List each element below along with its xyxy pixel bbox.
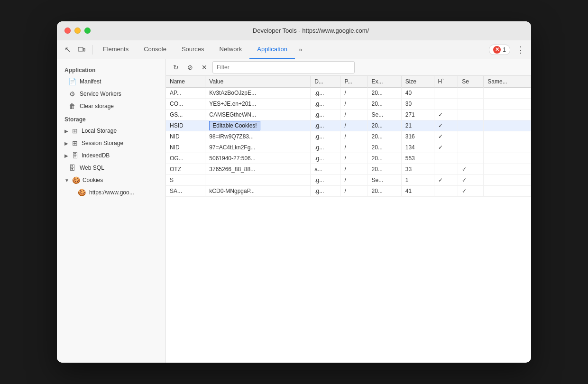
cell-se (458, 131, 484, 142)
cell-name[interactable]: OTZ (166, 164, 205, 175)
cell-name[interactable]: OG... (166, 153, 205, 164)
cell-h: ✓ (434, 131, 458, 142)
panel-toolbar: ↻ ⊘ ✕ (166, 59, 531, 76)
tab-sources[interactable]: Sources (174, 40, 212, 59)
cell-d: .g... (311, 186, 340, 197)
cell-value[interactable]: YES+JE.en+201... (205, 99, 311, 110)
minimize-button[interactable] (74, 27, 81, 34)
sidebar-item-cookies[interactable]: ▼ 🍪 Cookies (57, 174, 165, 186)
table-row[interactable]: SA...kCD0-MNgpgaP....g.../20...41✓ (166, 186, 531, 197)
tab-application[interactable]: Application (249, 40, 295, 59)
cell-d: a... (311, 164, 340, 175)
main-content: Application 📄 Manifest ⚙ Service Workers… (57, 59, 531, 363)
cell-size: 134 (401, 142, 434, 153)
cell-name[interactable]: SA... (166, 186, 205, 197)
sidebar-item-indexeddb[interactable]: ▶ 🗄 IndexedDB (57, 149, 165, 162)
cell-d: .g... (311, 131, 340, 142)
sidebar-item-service-workers[interactable]: ⚙ Service Workers (57, 88, 165, 100)
table-row[interactable]: HSIDEditable Cookies!.g.../20...21✓ (166, 120, 531, 131)
close-cookies-button[interactable]: ✕ (198, 61, 211, 73)
cell-size: 316 (401, 131, 434, 142)
cell-p: / (340, 153, 368, 164)
cell-se: ✓ (458, 186, 484, 197)
cell-name[interactable]: AP... (166, 88, 205, 99)
cell-same (484, 99, 531, 110)
cell-name[interactable]: S (166, 175, 205, 186)
cookies-panel: ↻ ⊘ ✕ Name Value D... P... (166, 59, 531, 363)
error-badge[interactable]: ✕ 1 (489, 45, 510, 55)
manifest-icon: 📄 (68, 78, 76, 85)
table-row[interactable]: AP...Kv3tAzBoOJzpE....g.../20...40 (166, 88, 531, 99)
cell-value[interactable]: 98=iRw9Q7Z83... (205, 131, 311, 142)
cell-name[interactable]: GS... (166, 110, 205, 120)
cell-d: .g... (311, 120, 340, 131)
cell-name[interactable]: CO... (166, 99, 205, 110)
col-header-domain: D... (311, 76, 340, 88)
cell-p: / (340, 164, 368, 175)
table-row[interactable]: NID98=iRw9Q7Z83....g.../20...316✓ (166, 131, 531, 142)
cell-se: ✓ (458, 175, 484, 186)
more-options-button[interactable]: ⋮ (514, 43, 527, 56)
table-row[interactable]: S.g.../Se...1✓✓ (166, 175, 531, 186)
filter-input[interactable] (212, 61, 355, 73)
cell-se (458, 110, 484, 120)
storage-section-title: Storage (57, 112, 165, 125)
table-row[interactable]: OG...5061940-27:506....g.../20...553 (166, 153, 531, 164)
cell-value[interactable]: 97=AC4tLkn2Fg... (205, 142, 311, 153)
tab-elements[interactable]: Elements (95, 40, 136, 59)
local-storage-grid-icon: ⊞ (71, 127, 79, 135)
cell-value[interactable]: Editable Cookies! (205, 120, 311, 131)
cell-ex: Se... (368, 110, 401, 120)
cookies-icon: 🍪 (72, 176, 80, 184)
cell-se (458, 88, 484, 99)
col-header-value: Value (205, 76, 311, 88)
table-row[interactable]: CO...YES+JE.en+201....g.../20...30 (166, 99, 531, 110)
refresh-button[interactable]: ↻ (170, 61, 182, 73)
cell-value[interactable] (205, 175, 311, 186)
cell-d: .g... (311, 110, 340, 120)
cell-name[interactable]: HSID (166, 120, 205, 131)
cell-d: .g... (311, 99, 340, 110)
cell-d: .g... (311, 88, 340, 99)
sidebar-item-web-sql[interactable]: 🗄 Web SQL (57, 162, 165, 174)
col-header-expires: Ex... (368, 76, 401, 88)
sidebar-item-session-storage[interactable]: ▶ ⊞ Session Storage (57, 137, 165, 149)
device-toggle-button[interactable] (75, 43, 88, 56)
sidebar-item-manifest[interactable]: 📄 Manifest (57, 75, 165, 88)
toolbar-separator (92, 45, 92, 55)
cell-value[interactable]: 3765266_88_88... (205, 164, 311, 175)
block-button[interactable]: ⊘ (184, 61, 196, 73)
local-storage-label: Local Storage (82, 128, 117, 134)
cell-d: .g... (311, 175, 340, 186)
service-workers-icon: ⚙ (68, 90, 76, 98)
sidebar: Application 📄 Manifest ⚙ Service Workers… (57, 59, 166, 363)
editable-value[interactable]: Editable Cookies! (209, 121, 260, 130)
table-row[interactable]: GS...CAMSEGtheWN....g.../Se...271✓ (166, 110, 531, 120)
col-header-httponly: H` (434, 76, 458, 88)
cell-value[interactable]: CAMSEGtheWN... (205, 110, 311, 120)
indexeddb-chevron-icon: ▶ (64, 153, 68, 158)
cell-same (484, 88, 531, 99)
maximize-button[interactable] (84, 27, 91, 34)
cell-same (484, 110, 531, 120)
cell-ex: 20... (368, 131, 401, 142)
cell-value[interactable]: Kv3tAzBoOJzpE... (205, 88, 311, 99)
cookies-google-icon: 🍪 (78, 189, 85, 196)
sidebar-item-cookies-google[interactable]: 🍪 https://www.goo... (57, 186, 165, 199)
sidebar-item-clear-storage[interactable]: 🗑 Clear storage (57, 100, 165, 112)
cell-name[interactable]: NID (166, 142, 205, 153)
cell-d: .g... (311, 153, 340, 164)
table-row[interactable]: NID97=AC4tLkn2Fg....g.../20...134✓ (166, 142, 531, 153)
tab-network[interactable]: Network (212, 40, 250, 59)
cell-value[interactable]: kCD0-MNgpgaP... (205, 186, 311, 197)
sidebar-item-local-storage[interactable]: ▶ ⊞ Local Storage (57, 125, 165, 137)
cell-value[interactable]: 5061940-27:506... (205, 153, 311, 164)
error-icon: ✕ (493, 46, 501, 54)
tab-overflow-button[interactable]: » (295, 40, 306, 59)
table-row[interactable]: OTZ3765266_88_88...a.../20...33✓ (166, 164, 531, 175)
close-button[interactable] (64, 27, 71, 34)
cell-same (484, 131, 531, 142)
cursor-tool-button[interactable]: ↖ (61, 43, 74, 56)
cell-name[interactable]: NID (166, 131, 205, 142)
tab-console[interactable]: Console (136, 40, 174, 59)
